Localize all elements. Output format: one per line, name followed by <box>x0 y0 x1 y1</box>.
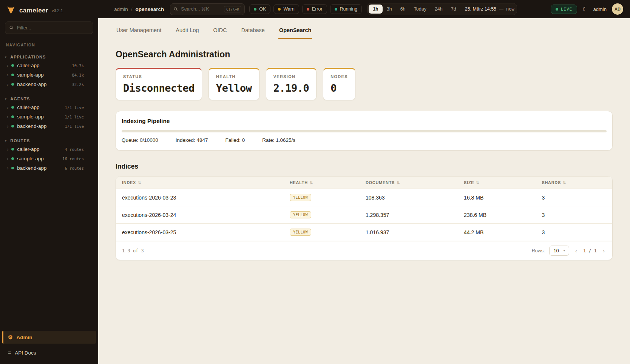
nav-group-header-routes[interactable]: ▾ ROUTES <box>0 137 98 144</box>
search-icon <box>173 7 178 12</box>
filter-input[interactable] <box>17 25 89 31</box>
right-pane: admin / opensearch Ctrl+K OK Warn <box>98 0 630 364</box>
status-dot-icon <box>11 157 14 160</box>
chevron-right-icon: › <box>7 105 8 110</box>
stat-value: 2.19.0 <box>273 82 309 94</box>
item-label: backend-app <box>17 123 46 129</box>
sidebar-item-applications-caller-app[interactable]: › caller-app 10.7k <box>0 61 98 70</box>
sidebar: cameleer v3.2.1 NAVIGATION ▾ APPLICATION… <box>0 0 98 364</box>
moon-icon: ☾ <box>582 6 588 12</box>
stat-value: 0 <box>330 82 348 94</box>
item-label: sample-app <box>17 72 44 78</box>
item-count-badge: 1/1 live <box>65 105 84 110</box>
sidebar-item-routes-caller-app[interactable]: › caller-app 4 routes <box>0 144 98 154</box>
stat-card-nodes: NODES 0 <box>323 68 355 100</box>
time-range-group: 1h 3h 6h Today 24h 7d 25. März 14:55 — n… <box>367 3 517 15</box>
navigation-section-label: NAVIGATION <box>6 43 92 47</box>
cell-shards: 3 <box>542 229 612 235</box>
item-count-badge: 10.7k <box>72 63 84 68</box>
status-dot-icon <box>11 64 14 67</box>
sidebar-item-agents-backend-app[interactable]: › backend-app 1/1 live <box>0 121 98 131</box>
table-row[interactable]: executions-2026-03-25 YELLOW 1.016.937 4… <box>116 224 612 241</box>
table-row[interactable]: executions-2026-03-23 YELLOW 108.363 16.… <box>116 189 612 206</box>
sidebar-item-applications-backend-app[interactable]: › backend-app 32.2k <box>0 80 98 89</box>
column-header-health[interactable]: HEALTH ⇅ <box>290 180 366 185</box>
rows-per-page-value: 10 <box>553 248 559 253</box>
column-header-index[interactable]: INDEX ⇅ <box>116 180 290 185</box>
status-dot-icon <box>11 115 14 118</box>
rows-per-page-select[interactable]: 10 ▾ <box>549 246 569 256</box>
date-range-end[interactable]: now <box>506 6 514 12</box>
app-version: v3.2.1 <box>52 8 63 13</box>
app-logo[interactable]: cameleer v3.2.1 <box>0 0 98 20</box>
stat-label: NODES <box>330 74 348 79</box>
chevron-right-icon: › <box>7 147 8 152</box>
nav-group-header-applications[interactable]: ▾ APPLICATIONS <box>0 53 98 61</box>
time-range-1h[interactable]: 1h <box>369 5 383 14</box>
time-range-today[interactable]: Today <box>410 5 431 14</box>
cell-health: YELLOW <box>290 229 366 236</box>
nav-group-header-agents[interactable]: ▾ AGENTS <box>0 95 98 103</box>
top-header: admin / opensearch Ctrl+K OK Warn <box>98 0 630 18</box>
next-page-button[interactable]: › <box>601 247 606 254</box>
nav-group-label: AGENTS <box>10 97 30 101</box>
sidebar-item-routes-backend-app[interactable]: › backend-app 6 routes <box>0 163 98 173</box>
item-count-badge: 32.2k <box>72 82 84 87</box>
filter-chip-error[interactable]: Error <box>302 4 327 14</box>
sort-icon: ⇅ <box>476 181 479 185</box>
breadcrumb-admin[interactable]: admin <box>114 6 128 12</box>
pipeline-title: Indexing Pipeline <box>122 118 607 124</box>
status-dot-icon <box>11 83 14 86</box>
indices-section-title: Indices <box>116 163 613 170</box>
avatar[interactable]: AD <box>612 3 623 15</box>
nav-group-applications: ▾ APPLICATIONS › caller-app 10.7k › samp… <box>0 53 98 89</box>
filter-chip-running[interactable]: Running <box>330 4 362 14</box>
global-search[interactable]: Ctrl+K <box>170 3 245 15</box>
column-header-documents[interactable]: DOCUMENTS ⇅ <box>366 180 464 185</box>
column-header-shards[interactable]: SHARDS ⇅ <box>542 180 612 185</box>
indexing-pipeline-card: Indexing Pipeline Queue: 0/10000 Indexed… <box>116 111 613 151</box>
filter-chip-warn[interactable]: Warn <box>273 4 299 14</box>
table-header-row: INDEX ⇅ HEALTH ⇅ DOCUMENTS ⇅ SIZE ⇅ <box>116 177 612 189</box>
cell-index: executions-2026-03-23 <box>116 195 290 201</box>
pipeline-stat-failed: Failed: 0 <box>225 137 245 143</box>
health-badge: YELLOW <box>290 211 311 218</box>
sidebar-filter <box>5 22 93 34</box>
search-input[interactable] <box>181 6 221 12</box>
table-row[interactable]: executions-2026-03-24 YELLOW 1.298.357 2… <box>116 206 612 224</box>
sidebar-item-agents-sample-app[interactable]: › sample-app 1/1 live <box>0 112 98 121</box>
sidebar-item-admin[interactable]: ⚙ Admin <box>2 331 96 344</box>
prev-page-button[interactable]: ‹ <box>574 247 579 254</box>
tab-opensearch[interactable]: OpenSearch <box>278 23 312 39</box>
cell-health: YELLOW <box>290 194 366 201</box>
column-header-size[interactable]: SIZE ⇅ <box>464 180 542 185</box>
sort-icon: ⇅ <box>138 181 141 185</box>
tab-user-management[interactable]: User Management <box>116 23 162 39</box>
filter-chip-ok[interactable]: OK <box>249 4 270 14</box>
date-range-start[interactable]: 25. März 14:55 <box>465 6 496 12</box>
sidebar-item-api-docs[interactable]: ≡ API Docs <box>2 347 96 359</box>
breadcrumb-opensearch: opensearch <box>136 6 164 12</box>
stat-label: VERSION <box>273 74 309 79</box>
sort-icon: ⇅ <box>310 181 313 185</box>
time-range-24h[interactable]: 24h <box>431 5 447 14</box>
sidebar-item-agents-caller-app[interactable]: › caller-app 1/1 live <box>0 103 98 112</box>
time-range-6h[interactable]: 6h <box>396 5 410 14</box>
sidebar-item-routes-sample-app[interactable]: › sample-app 16 routes <box>0 154 98 163</box>
chevron-right-icon: › <box>7 72 8 77</box>
time-range-7d[interactable]: 7d <box>447 5 460 14</box>
live-badge[interactable]: LIVE <box>551 5 578 14</box>
main-content: User Management Audit Log OIDC Database … <box>98 18 630 364</box>
tab-audit-log[interactable]: Audit Log <box>175 23 199 39</box>
tab-database[interactable]: Database <box>241 23 266 39</box>
theme-toggle-button[interactable]: ☾ <box>582 6 588 13</box>
running-dot-icon <box>335 8 337 11</box>
row-range-label: 1-3 of 3 <box>122 248 144 253</box>
app-root: cameleer v3.2.1 NAVIGATION ▾ APPLICATION… <box>0 0 630 364</box>
time-range-3h[interactable]: 3h <box>383 5 396 14</box>
sidebar-item-applications-sample-app[interactable]: › sample-app 84.1k <box>0 70 98 80</box>
health-badge: YELLOW <box>290 229 311 236</box>
nav-group-label: APPLICATIONS <box>10 55 46 59</box>
item-label: backend-app <box>17 81 46 87</box>
tab-oidc[interactable]: OIDC <box>213 23 228 39</box>
